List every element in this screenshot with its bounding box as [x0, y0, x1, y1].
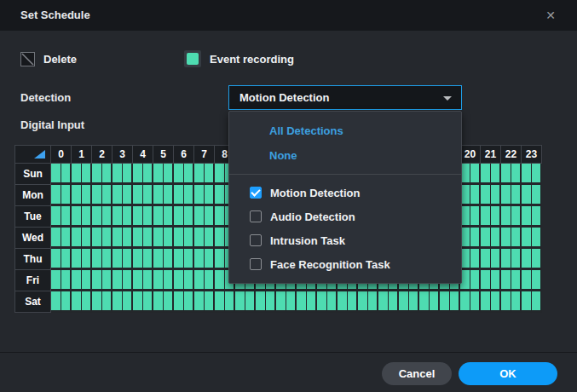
schedule-cell[interactable]: [153, 249, 164, 270]
schedule-cell[interactable]: [184, 228, 194, 249]
schedule-cell[interactable]: [511, 291, 522, 313]
hour-header[interactable]: 2: [92, 145, 113, 164]
schedule-cell[interactable]: [256, 291, 266, 313]
schedule-cell[interactable]: [491, 270, 501, 291]
hour-header[interactable]: 20: [460, 145, 481, 164]
hour-header[interactable]: 6: [174, 145, 194, 164]
schedule-cell[interactable]: [184, 291, 194, 313]
schedule-cell[interactable]: [61, 291, 72, 313]
hour-header[interactable]: 7: [194, 145, 215, 164]
schedule-cell[interactable]: [164, 206, 174, 228]
schedule-cell[interactable]: [522, 164, 532, 185]
schedule-cell[interactable]: [123, 270, 133, 291]
schedule-cell[interactable]: [470, 185, 481, 206]
schedule-cell[interactable]: [61, 228, 72, 249]
schedule-cell[interactable]: [113, 270, 123, 291]
schedule-cell[interactable]: [61, 185, 72, 206]
schedule-cell[interactable]: [133, 206, 143, 228]
schedule-cell[interactable]: [82, 185, 92, 206]
schedule-cell[interactable]: [113, 291, 123, 313]
hour-header[interactable]: 23: [522, 145, 542, 164]
day-label[interactable]: Fri: [14, 270, 51, 291]
schedule-cell[interactable]: [113, 185, 123, 206]
schedule-cell[interactable]: [174, 206, 184, 228]
schedule-cell[interactable]: [522, 249, 532, 270]
schedule-cell[interactable]: [215, 291, 225, 313]
cancel-button[interactable]: Cancel: [382, 362, 452, 385]
schedule-cell[interactable]: [184, 270, 194, 291]
schedule-cell[interactable]: [51, 164, 61, 185]
schedule-cell[interactable]: [123, 249, 133, 270]
schedule-cell[interactable]: [102, 185, 113, 206]
schedule-cell[interactable]: [72, 185, 82, 206]
schedule-cell[interactable]: [184, 206, 194, 228]
schedule-cell[interactable]: [460, 291, 470, 313]
detection-dropdown[interactable]: Motion Detection: [228, 85, 462, 110]
select-all-corner[interactable]: [14, 145, 51, 164]
schedule-cell[interactable]: [522, 270, 532, 291]
hour-header[interactable]: 1: [72, 145, 92, 164]
schedule-cell[interactable]: [174, 270, 184, 291]
day-label[interactable]: Thu: [14, 249, 51, 270]
schedule-cell[interactable]: [245, 291, 256, 313]
schedule-cell[interactable]: [491, 185, 501, 206]
schedule-cell[interactable]: [194, 291, 205, 313]
schedule-cell[interactable]: [205, 185, 215, 206]
schedule-cell[interactable]: [532, 206, 542, 228]
schedule-cell[interactable]: [215, 206, 225, 228]
schedule-cell[interactable]: [133, 249, 143, 270]
schedule-cell[interactable]: [51, 249, 61, 270]
schedule-cell[interactable]: [174, 249, 184, 270]
schedule-cell[interactable]: [491, 164, 501, 185]
schedule-cell[interactable]: [184, 185, 194, 206]
schedule-cell[interactable]: [511, 228, 522, 249]
schedule-cell[interactable]: [491, 228, 501, 249]
schedule-cell[interactable]: [205, 206, 215, 228]
schedule-cell[interactable]: [205, 249, 215, 270]
schedule-cell[interactable]: [338, 291, 348, 313]
schedule-cell[interactable]: [235, 291, 245, 313]
schedule-cell[interactable]: [72, 291, 82, 313]
schedule-cell[interactable]: [143, 228, 153, 249]
schedule-cell[interactable]: [164, 270, 174, 291]
schedule-cell[interactable]: [72, 249, 82, 270]
schedule-cell[interactable]: [61, 249, 72, 270]
schedule-cell[interactable]: [501, 164, 511, 185]
schedule-cell[interactable]: [123, 164, 133, 185]
checkbox-unchecked-icon[interactable]: [250, 258, 262, 270]
schedule-cell[interactable]: [153, 164, 164, 185]
schedule-cell[interactable]: [470, 228, 481, 249]
schedule-cell[interactable]: [72, 206, 82, 228]
schedule-cell[interactable]: [82, 164, 92, 185]
schedule-cell[interactable]: [133, 164, 143, 185]
schedule-cell[interactable]: [133, 291, 143, 313]
schedule-cell[interactable]: [481, 206, 491, 228]
schedule-cell[interactable]: [123, 206, 133, 228]
schedule-cell[interactable]: [72, 164, 82, 185]
day-label[interactable]: Sun: [14, 164, 51, 185]
schedule-cell[interactable]: [194, 164, 205, 185]
schedule-cell[interactable]: [266, 291, 276, 313]
schedule-cell[interactable]: [153, 270, 164, 291]
schedule-cell[interactable]: [481, 185, 491, 206]
schedule-cell[interactable]: [327, 291, 338, 313]
schedule-cell[interactable]: [532, 185, 542, 206]
schedule-cell[interactable]: [511, 249, 522, 270]
schedule-cell[interactable]: [481, 164, 491, 185]
schedule-cell[interactable]: [297, 291, 307, 313]
schedule-cell[interactable]: [470, 206, 481, 228]
schedule-cell[interactable]: [215, 270, 225, 291]
schedule-cell[interactable]: [174, 164, 184, 185]
schedule-cell[interactable]: [491, 291, 501, 313]
schedule-cell[interactable]: [92, 291, 102, 313]
schedule-cell[interactable]: [164, 164, 174, 185]
schedule-cell[interactable]: [419, 291, 430, 313]
schedule-cell[interactable]: [532, 270, 542, 291]
schedule-cell[interactable]: [143, 291, 153, 313]
schedule-cell[interactable]: [123, 291, 133, 313]
schedule-cell[interactable]: [174, 228, 184, 249]
schedule-cell[interactable]: [133, 228, 143, 249]
schedule-cell[interactable]: [358, 291, 368, 313]
schedule-cell[interactable]: [102, 249, 113, 270]
schedule-cell[interactable]: [164, 228, 174, 249]
